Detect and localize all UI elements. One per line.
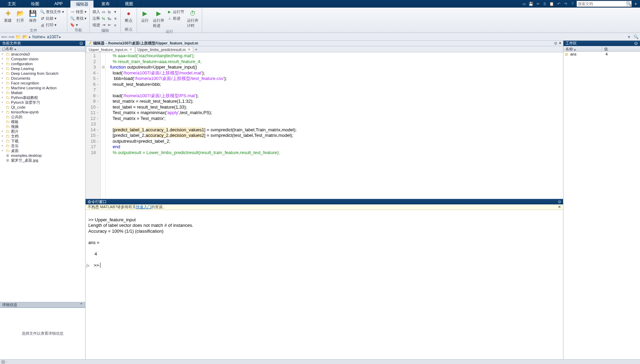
menu-tab-3[interactable]: 编辑器 bbox=[70, 0, 94, 8]
tree-item[interactable]: 🗀公共的 bbox=[0, 114, 85, 119]
up-button[interactable]: 📁 bbox=[15, 34, 21, 40]
tab-close-icon[interactable]: ✕ bbox=[187, 48, 191, 51]
overflow-icon[interactable]: ▾ bbox=[633, 1, 639, 7]
addr-dropdown[interactable]: ▾ bbox=[626, 34, 632, 40]
menu-tab-0[interactable]: 主页 bbox=[0, 0, 23, 8]
tree-item[interactable]: +🗀Face recognition bbox=[0, 81, 85, 85]
tree-item[interactable]: +🗀Matlab bbox=[0, 90, 85, 95]
tree-item[interactable]: +🗀音乐 bbox=[0, 143, 85, 148]
group-label-bp: 断点 bbox=[123, 27, 135, 33]
run-time-button[interactable]: ⏱运行并 计时 bbox=[186, 9, 200, 29]
current-folder-menu-icon[interactable]: ⊙ bbox=[79, 41, 83, 46]
redo-icon[interactable]: ↷ bbox=[563, 1, 568, 7]
undo-icon[interactable]: ↶ bbox=[556, 1, 561, 7]
tree-item[interactable]: +🗀configuration bbox=[0, 61, 85, 66]
hint-close-icon[interactable]: ✕ bbox=[558, 205, 561, 209]
comment-button[interactable]: 注释 %‰⚹ bbox=[92, 16, 118, 21]
tree-item[interactable]: 🗎examples.desktop bbox=[0, 153, 85, 158]
fx-icon[interactable]: fx bbox=[86, 263, 89, 269]
current-folder-title: 当前文件夹⊙ bbox=[0, 41, 85, 46]
forward-button[interactable]: ⟹ bbox=[8, 34, 14, 40]
tree-item[interactable]: 🗀视频 bbox=[0, 124, 85, 129]
address-bar: ⟸ ⟹ 📁 📂 ▸ home▸ a1007▸ ▾ 🔍 bbox=[0, 33, 640, 41]
cut-icon[interactable]: ✂ bbox=[535, 1, 541, 7]
tree-item[interactable]: +🗀文档 bbox=[0, 134, 85, 139]
search-input[interactable] bbox=[577, 1, 626, 7]
tree-item[interactable]: 🗀Qt_code bbox=[0, 105, 85, 110]
tree-item[interactable]: 🗀模板 bbox=[0, 119, 85, 124]
editor-close-icon[interactable]: ✕ bbox=[559, 41, 562, 46]
workspace-menu-icon[interactable]: ⊙ bbox=[634, 41, 638, 46]
run-button[interactable]: ▶运行 bbox=[139, 9, 151, 29]
group-label-file: 文件 bbox=[2, 28, 65, 34]
tree-item[interactable]: +🗀Deep Learing bbox=[0, 66, 85, 71]
workspace-title: 工作区⊙ bbox=[563, 41, 640, 46]
workspace-var[interactable]: ⊞ans4 bbox=[563, 52, 640, 57]
details-title: 详细信息⌃ bbox=[0, 302, 85, 308]
bookmark-button[interactable]: 🔖▾ bbox=[69, 22, 87, 28]
workspace-list[interactable]: ⊞ans4 bbox=[563, 52, 640, 57]
menu-tab-1[interactable]: 绘图 bbox=[23, 0, 47, 8]
doc-icon[interactable]: ▭ bbox=[521, 1, 527, 7]
paste-icon[interactable]: 📋 bbox=[549, 1, 554, 7]
addr-user[interactable]: a1007▸ bbox=[47, 34, 61, 39]
run-section-button[interactable]: ▶运行节 bbox=[166, 9, 185, 15]
tree-item[interactable]: +🗀Computer vision bbox=[0, 57, 85, 61]
status-bar: |||| - bbox=[0, 359, 640, 364]
back-button[interactable]: ⟸ bbox=[1, 34, 7, 40]
addr-search-icon[interactable]: 🔍 bbox=[633, 34, 639, 40]
command-window-body[interactable]: >> Upper_feature_input Length of label v… bbox=[86, 210, 563, 359]
tree-item[interactable]: +🗀下载 bbox=[0, 139, 85, 143]
find-button[interactable]: 🔍查找▾ bbox=[69, 16, 87, 21]
compare-button[interactable]: ⇄比较▾ bbox=[39, 16, 65, 21]
ws-col-name[interactable]: 名称 ▴ bbox=[563, 46, 602, 51]
command-window-title: 命令行窗口⊙ bbox=[86, 199, 563, 204]
details-close-icon[interactable]: ⌃ bbox=[79, 302, 83, 307]
insert-button[interactable]: 插入 ▭fx▾ bbox=[92, 9, 118, 15]
editor-body[interactable]: 1 2 3 4 -5 -6 -7 8 -9 -10 -11 -12 -13 14… bbox=[86, 52, 563, 199]
new-button[interactable]: ✚新建 bbox=[2, 9, 14, 28]
tree-item[interactable]: +🗀tensorflow-ipynb bbox=[0, 110, 85, 114]
editor-titlebar: 📝 编辑器 - /home/a1007/桌面/上肢模型/Upper_featur… bbox=[86, 41, 563, 46]
copy-icon[interactable]: ⎘ bbox=[542, 1, 548, 7]
search-button[interactable]: 🔍 bbox=[626, 1, 631, 7]
cmdwin-menu-icon[interactable]: ⊙ bbox=[558, 200, 561, 204]
menu-tab-4[interactable]: 发布 bbox=[94, 0, 117, 8]
tree-item[interactable]: 🗎紫罗兰_桌面.jpg bbox=[0, 158, 85, 163]
editor-tab[interactable]: Upper_limbs_predictresult.m✕ bbox=[135, 47, 193, 52]
tree-item[interactable]: +🗀桌面 bbox=[0, 148, 85, 153]
group-label-nav: 导航 bbox=[69, 28, 87, 33]
ws-col-value[interactable]: 值 bbox=[602, 46, 640, 51]
menu-tab-2[interactable]: APP bbox=[47, 0, 70, 8]
help-icon[interactable]: ? bbox=[570, 1, 575, 7]
indent-button[interactable]: 缩进 ⇥⇤≡ bbox=[92, 22, 118, 28]
tree-item[interactable]: +🗀Machine Learning in Action bbox=[0, 85, 85, 90]
tree-item[interactable]: +🗀Pytorch 深度学习 bbox=[0, 100, 85, 105]
tab-add-button[interactable]: + bbox=[194, 47, 199, 52]
tree-item[interactable]: +🗀Deep Learning from Scratch bbox=[0, 71, 85, 76]
open-button[interactable]: 📂打开 bbox=[14, 9, 26, 28]
tree-item[interactable]: +🗀图片 bbox=[0, 129, 85, 134]
addr-home[interactable]: home▸ bbox=[32, 34, 46, 39]
editor-tab[interactable]: Upper_feature_input.m✕ bbox=[86, 47, 135, 52]
editor-menu-icon[interactable]: ⊙ bbox=[554, 41, 557, 46]
menu-tab-5[interactable]: 视图 bbox=[117, 0, 141, 8]
getting-started-link[interactable]: 快速入门 bbox=[136, 204, 151, 210]
print-button[interactable]: 🖨打印▾ bbox=[39, 22, 65, 28]
find-files-button[interactable]: 🔍查找文件▾ bbox=[39, 9, 65, 15]
command-window-hint: 不熟悉 MATLAB?请参阅有关快速入门的资源。 ✕ bbox=[86, 204, 563, 210]
goto-button[interactable]: ⇨转至▾ bbox=[69, 9, 87, 15]
run-advance-button[interactable]: ▶运行并 前进 bbox=[151, 9, 166, 29]
tree-item[interactable]: +🗀Documents bbox=[0, 76, 85, 81]
breakpoints-button[interactable]: ●断点 bbox=[123, 9, 135, 24]
file-list-header[interactable]: ▢ 名称 ▴ bbox=[0, 46, 85, 52]
save-button[interactable]: 💾保存 bbox=[27, 9, 39, 28]
tree-item[interactable]: +🗀anaconda3 bbox=[0, 52, 85, 57]
save-icon[interactable]: 💾 bbox=[528, 1, 534, 7]
tree-item[interactable]: +🗀Python基础教程 bbox=[0, 95, 85, 100]
toolstrip: ✚新建 📂打开 💾保存 🔍查找文件▾ ⇄比较▾ 🖨打印▾ 文件 ⇨转至▾ 🔍查找… bbox=[0, 8, 640, 33]
tab-close-icon[interactable]: ✕ bbox=[129, 48, 132, 51]
file-tree[interactable]: +🗀anaconda3+🗀Computer vision+🗀configurat… bbox=[0, 52, 85, 302]
advance-button[interactable]: ⇣前进 bbox=[166, 16, 185, 21]
browse-button[interactable]: 📂 bbox=[22, 34, 28, 40]
